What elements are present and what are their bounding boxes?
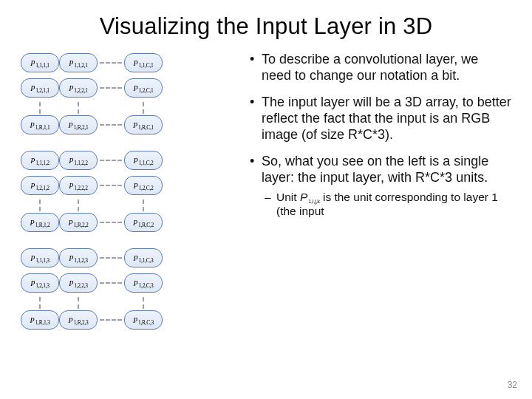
perceptron-node: P1,1,1,2	[21, 151, 59, 170]
diagram-plane: P1,1,1,3P1,1,2,3P1,1,C,3P1,2,1,3P1,2,2,3…	[21, 247, 242, 331]
perceptron-node: P1,R,C,1	[124, 115, 163, 134]
ellipsis-vertical-row	[21, 102, 242, 114]
perceptron-node: P1,1,2,1	[59, 53, 98, 72]
bullet-text: So, what you see on the left is a single…	[262, 154, 488, 185]
ellipsis-vertical	[39, 102, 41, 114]
perceptron-node: P1,R,1,1	[21, 115, 59, 134]
perceptron-node: P1,2,2,2	[59, 176, 98, 195]
content-area: P1,1,1,1P1,1,2,1P1,1,C,1P1,2,1,1P1,2,2,1…	[21, 47, 511, 387]
ellipsis-vertical	[78, 200, 79, 211]
perceptron-node: P1,2,C,1	[124, 78, 163, 98]
diagram-row: P1,1,1,2P1,1,2,2P1,1,C,2	[21, 149, 242, 171]
perceptron-node: P1,R,1,3	[21, 310, 59, 330]
ellipsis-vertical-row	[21, 297, 242, 309]
ellipsis-horizontal	[100, 257, 122, 259]
diagram-row: P1,1,1,1P1,1,2,1P1,1,C,1	[21, 52, 242, 74]
ellipsis-horizontal	[100, 87, 122, 89]
perceptron-node: P1,2,1,3	[21, 273, 59, 293]
ellipsis-horizontal	[100, 62, 122, 64]
perceptron-node: P1,1,C,3	[124, 248, 163, 267]
perceptron-node: P1,R,2,2	[59, 213, 98, 232]
ellipsis-horizontal	[100, 124, 122, 126]
diagram-3d-grid: P1,1,1,1P1,1,2,1P1,1,C,1P1,2,1,1P1,2,2,1…	[21, 47, 242, 387]
perceptron-node: P1,R,1,2	[21, 213, 59, 232]
perceptron-node: P1,2,1,2	[21, 176, 59, 195]
diagram-row: P1,1,1,3P1,1,2,3P1,1,C,3	[21, 247, 242, 269]
diagram-row: P1,2,1,2P1,2,2,2P1,2,C,2	[21, 174, 242, 197]
perceptron-node: P1,R,2,3	[59, 310, 98, 330]
perceptron-node: P1,2,1,1	[21, 78, 59, 98]
perceptron-node: P1,R,C,3	[124, 310, 163, 330]
ellipsis-vertical-row	[21, 200, 242, 211]
sub-bullet-item: Unit P1,i,j,k is the unit corresponding …	[262, 191, 511, 219]
page-title: Visualizing the Input Layer in 3D	[21, 13, 511, 40]
diagram-plane: P1,1,1,1P1,1,2,1P1,1,C,1P1,2,1,1P1,2,2,1…	[21, 52, 242, 136]
diagram-row: P1,R,1,1P1,R,2,1P1,R,C,1	[21, 114, 242, 136]
perceptron-node: P1,2,C,3	[124, 273, 163, 293]
perceptron-node: P1,1,1,1	[21, 53, 59, 72]
perceptron-node: P1,R,2,1	[59, 115, 98, 134]
unit-symbol: P	[300, 191, 307, 203]
bullet-item: To describe a convolutional layer, we ne…	[248, 52, 511, 84]
bullet-list: To describe a convolutional layer, we ne…	[242, 47, 511, 387]
ellipsis-horizontal	[100, 319, 122, 321]
ellipsis-vertical	[78, 102, 79, 114]
perceptron-node: P1,1,C,1	[124, 53, 163, 72]
ellipsis-vertical	[143, 102, 144, 114]
ellipsis-vertical	[143, 200, 144, 211]
ellipsis-horizontal	[100, 160, 122, 161]
bullet-item: The input layer will be a 3D array, to b…	[248, 95, 511, 143]
perceptron-node: P1,2,2,3	[59, 273, 98, 293]
perceptron-node: P1,1,2,2	[59, 151, 98, 170]
perceptron-node: P1,2,2,1	[59, 78, 98, 98]
ellipsis-vertical	[78, 297, 79, 309]
slide: Visualizing the Input Layer in 3D P1,1,1…	[0, 0, 532, 399]
ellipsis-horizontal	[100, 282, 122, 284]
perceptron-node: P1,R,C,2	[124, 213, 163, 232]
perceptron-node: P1,2,C,2	[124, 176, 163, 195]
ellipsis-vertical	[39, 200, 41, 211]
diagram-row: P1,2,1,1P1,2,2,1P1,2,C,1	[21, 77, 242, 99]
perceptron-node: P1,1,C,2	[124, 151, 163, 170]
ellipsis-vertical	[143, 297, 144, 309]
perceptron-node: P1,1,2,3	[59, 248, 98, 267]
bullet-item: So, what you see on the left is a single…	[248, 154, 511, 219]
diagram-row: P1,R,1,3P1,R,2,3P1,R,C,3	[21, 309, 242, 331]
diagram-row: P1,R,1,2P1,R,2,2P1,R,C,2	[21, 211, 242, 233]
perceptron-node: P1,1,1,3	[21, 248, 59, 267]
ellipsis-vertical	[39, 297, 41, 309]
sub-bullet-prefix: Unit	[276, 191, 300, 203]
unit-subscript: 1,i,j,k	[308, 198, 319, 205]
diagram-row: P1,2,1,3P1,2,2,3P1,2,C,3	[21, 272, 242, 294]
ellipsis-horizontal	[100, 222, 122, 223]
page-number: 32	[508, 380, 517, 390]
ellipsis-horizontal	[100, 185, 122, 186]
diagram-plane: P1,1,1,2P1,1,2,2P1,1,C,2P1,2,1,2P1,2,2,2…	[21, 149, 242, 233]
